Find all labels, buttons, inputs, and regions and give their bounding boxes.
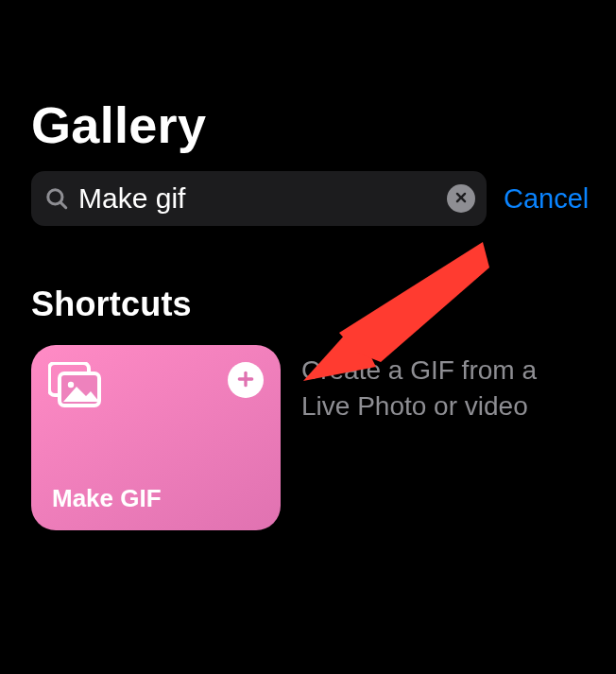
- close-icon: [454, 191, 468, 207]
- clear-search-button[interactable]: [447, 184, 475, 213]
- plus-icon: [236, 370, 255, 391]
- search-result-row: Make GIF Create a GIF from a Live Photo …: [31, 345, 585, 530]
- search-icon: [44, 186, 69, 211]
- search-input[interactable]: [78, 171, 437, 226]
- add-shortcut-button[interactable]: [228, 362, 264, 398]
- shortcut-card-make-gif[interactable]: Make GIF: [31, 345, 281, 530]
- cancel-button[interactable]: Cancel: [504, 183, 592, 215]
- images-icon: [48, 362, 101, 407]
- search-field-container: [31, 171, 487, 226]
- card-header: [48, 360, 264, 407]
- shortcut-description: Create a GIF from a Live Photo or video: [301, 345, 547, 424]
- page-title: Gallery: [31, 3, 585, 154]
- svg-line-1: [60, 202, 65, 207]
- section-title-shortcuts: Shortcuts: [31, 285, 585, 324]
- search-row: Cancel: [31, 171, 585, 226]
- svg-point-7: [68, 382, 74, 388]
- shortcut-card-title: Make GIF: [52, 484, 162, 513]
